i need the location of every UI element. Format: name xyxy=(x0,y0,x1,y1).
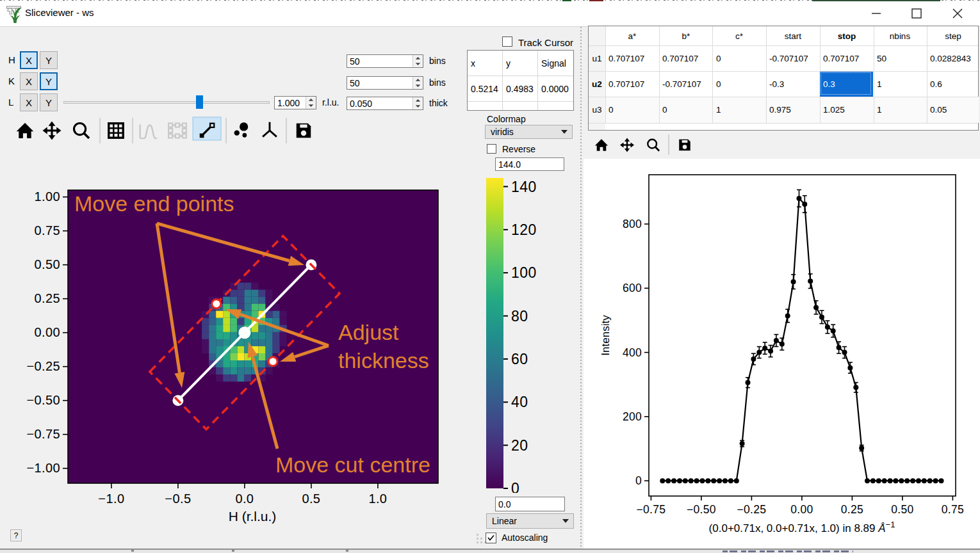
svg-text:Adjust: Adjust xyxy=(338,320,399,344)
svg-text:100: 100 xyxy=(511,264,537,281)
svg-text:0.25: 0.25 xyxy=(841,503,863,516)
svg-text:120: 120 xyxy=(511,221,537,238)
svg-text:600: 600 xyxy=(623,282,642,294)
svg-text:0.5: 0.5 xyxy=(302,492,320,506)
svg-text:−0.25: −0.25 xyxy=(737,503,767,516)
svg-text:0.00: 0.00 xyxy=(790,503,813,516)
svg-text:−0.50: −0.50 xyxy=(687,503,716,516)
svg-text:0.25: 0.25 xyxy=(34,291,60,305)
svg-text:−0.75: −0.75 xyxy=(637,503,666,516)
svg-text:0: 0 xyxy=(511,480,519,493)
svg-text:Move end points: Move end points xyxy=(74,191,234,216)
svg-text:−0.5: −0.5 xyxy=(165,492,191,506)
svg-text:80: 80 xyxy=(511,308,528,325)
svg-text:−1.00: −1.00 xyxy=(26,461,60,475)
svg-text:400: 400 xyxy=(623,346,642,359)
svg-text:0: 0 xyxy=(635,474,642,487)
svg-text:800: 800 xyxy=(623,218,642,230)
svg-text:−1.0: −1.0 xyxy=(98,492,124,506)
svg-text:0.00: 0.00 xyxy=(34,325,60,339)
svg-text:1.0: 1.0 xyxy=(368,492,387,506)
svg-text:Intensity: Intensity xyxy=(600,315,612,356)
svg-text:60: 60 xyxy=(511,351,528,367)
svg-text:140: 140 xyxy=(511,179,537,195)
svg-text:thickness: thickness xyxy=(338,348,429,373)
svg-text:1.00: 1.00 xyxy=(34,189,60,204)
svg-text:0.75: 0.75 xyxy=(34,223,60,237)
svg-text:0.50: 0.50 xyxy=(34,257,60,271)
svg-text:200: 200 xyxy=(623,410,642,423)
svg-text:0.0: 0.0 xyxy=(235,492,254,506)
svg-text:Move cut centre: Move cut centre xyxy=(275,453,430,477)
svg-text:−0.75: −0.75 xyxy=(26,427,60,441)
svg-text:−0.25: −0.25 xyxy=(26,359,60,373)
svg-text:−0.50: −0.50 xyxy=(26,393,60,407)
svg-text:20: 20 xyxy=(511,437,528,454)
svg-text:(0.0+0.71x, 0.0+0.71x, 1.0) in: (0.0+0.71x, 0.0+0.71x, 1.0) in 8.89 Å−1 xyxy=(709,520,895,535)
svg-text:40: 40 xyxy=(511,394,528,410)
svg-text:0.75: 0.75 xyxy=(942,503,964,516)
svg-text:0.50: 0.50 xyxy=(891,503,913,516)
svg-text:H (r.l.u.): H (r.l.u.) xyxy=(229,509,277,524)
